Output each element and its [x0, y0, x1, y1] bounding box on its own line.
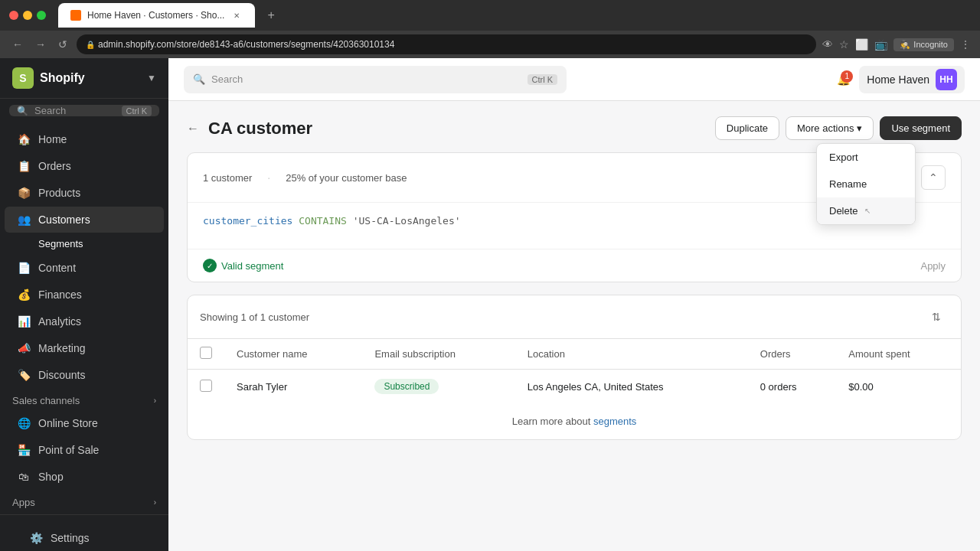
online-store-icon: 🌐 — [17, 416, 31, 430]
sidebar-search[interactable]: 🔍 Search Ctrl K — [9, 105, 159, 116]
address-bar[interactable]: 🔒 admin.shopify.com/store/de8143-a6/cust… — [77, 34, 816, 54]
cursor-indicator: ↖ — [864, 207, 871, 215]
sales-channels-chevron[interactable]: › — [154, 396, 156, 405]
forward-navigation-btn[interactable]: → — [32, 35, 49, 54]
shopify-logo[interactable]: S Shopify — [12, 67, 85, 89]
sidebar-item-finances[interactable]: 💰 Finances — [5, 282, 164, 308]
eye-slash-icon: 👁 — [822, 38, 833, 51]
bookmark-icon[interactable]: ☆ — [839, 38, 849, 51]
page-content: ← CA customer Duplicate More actions ▾ E… — [168, 101, 980, 455]
home-icon: 🏠 — [17, 132, 31, 146]
store-switcher-btn[interactable]: Home Haven HH — [859, 66, 965, 93]
select-all-header — [188, 339, 224, 370]
valid-checkmark-icon: ✓ — [203, 259, 217, 272]
amount-spent-cell: $0.00 — [836, 370, 961, 404]
delete-label: Delete — [829, 205, 858, 217]
apply-button[interactable]: Apply — [920, 260, 946, 272]
topbar-actions: 🔔 1 Home Haven HH — [837, 66, 965, 93]
table-sort-btn[interactable]: ⇅ — [924, 305, 949, 329]
notifications-btn[interactable]: 🔔 1 — [837, 73, 850, 86]
sidebar-item-discounts[interactable]: 🏷️ Discounts — [5, 362, 164, 388]
browser-tab[interactable]: Home Haven · Customers · Sho... ✕ — [58, 3, 255, 28]
duplicate-button[interactable]: Duplicate — [715, 116, 779, 140]
stat-divider: · — [267, 171, 270, 184]
location-header: Location — [515, 339, 748, 370]
browser-menu-btn[interactable]: ⋮ — [960, 38, 971, 51]
segments-link[interactable]: segments — [593, 416, 636, 427]
code-value: 'US-CA-LosAngeles' — [353, 215, 461, 227]
back-navigation-btn[interactable]: ← — [9, 35, 26, 54]
table-head: Customer name Email subscription Locatio… — [188, 339, 961, 370]
new-tab-btn[interactable]: + — [261, 5, 280, 25]
sidebar-item-shop[interactable]: 🛍 Shop — [5, 464, 164, 490]
tab-title: Home Haven · Customers · Sho... — [87, 10, 224, 21]
finances-icon: 💰 — [17, 288, 31, 302]
browser-actions: 👁 ☆ ⬜ 📺 🕵 Incognito ⋮ — [822, 38, 971, 51]
more-actions-button[interactable]: More actions ▾ — [786, 116, 874, 140]
sidebar-item-products[interactable]: 📦 Products — [5, 180, 164, 206]
sales-channels-label: Sales channels — [12, 395, 154, 406]
sidebar-search-shortcut: Ctrl K — [122, 106, 152, 116]
export-menu-item[interactable]: Export — [817, 144, 915, 171]
minimize-window-btn[interactable] — [23, 11, 32, 20]
location-value: Los Angeles CA, United States — [528, 381, 664, 393]
sidebar-item-content[interactable]: 📄 Content — [5, 255, 164, 281]
more-actions-dropdown: Export Rename Delete↖ — [816, 143, 916, 225]
sidebar-item-orders[interactable]: 📋 Orders — [5, 153, 164, 179]
use-segment-button[interactable]: Use segment — [880, 116, 962, 140]
sidebar-header: S Shopify ▼ — [0, 58, 168, 99]
products-icon: 📦 — [17, 186, 31, 200]
sidebar-item-customers[interactable]: 👥 Customers — [5, 207, 164, 233]
sidebar-item-marketing-label: Marketing — [38, 342, 85, 354]
sidebar-item-settings[interactable]: ⚙️ Settings — [17, 525, 152, 551]
store-name: Home Haven — [867, 73, 929, 86]
sales-channels-section: Sales channels › — [0, 389, 168, 409]
select-all-checkbox[interactable] — [200, 347, 212, 359]
orders-cell: 0 orders — [748, 370, 837, 404]
customer-count: 1 customer — [203, 172, 252, 184]
topbar-search[interactable]: 🔍 Search Ctrl K — [184, 66, 567, 93]
sidebar-item-discounts-label: Discounts — [38, 369, 85, 381]
rename-menu-item[interactable]: Rename — [817, 171, 915, 197]
table-header-row: Showing 1 of 1 customer ⇅ — [188, 295, 961, 339]
sidebar-collapse-btn[interactable]: ▼ — [147, 73, 156, 83]
sidebar-item-shop-label: Shop — [38, 471, 64, 483]
delete-menu-item[interactable]: Delete↖ — [817, 197, 915, 224]
incognito-label: Incognito — [913, 40, 948, 49]
orders-value: 0 orders — [760, 381, 797, 393]
sidebar-search-placeholder: Search — [34, 105, 66, 116]
tab-favicon — [70, 10, 81, 21]
sidebar-item-customers-label: Customers — [38, 214, 90, 226]
code-keyword: customer_cities — [203, 215, 292, 227]
reload-btn[interactable]: ↺ — [55, 35, 70, 54]
sidebar-item-online-store[interactable]: 🌐 Online Store — [5, 410, 164, 436]
close-window-btn[interactable] — [9, 11, 18, 20]
cast-icon[interactable]: 📺 — [874, 38, 887, 51]
sidebar-item-marketing[interactable]: 📣 Marketing — [5, 335, 164, 361]
browser-chrome: Home Haven · Customers · Sho... ✕ + — [0, 0, 980, 31]
segment-footer: ✓ Valid segment Apply — [188, 249, 961, 282]
analytics-icon: 📊 — [17, 315, 31, 328]
apps-chevron[interactable]: › — [154, 498, 156, 507]
tab-close-btn[interactable]: ✕ — [230, 9, 243, 21]
sidebar-item-segments[interactable]: Segments — [5, 233, 164, 254]
extensions-icon[interactable]: ⬜ — [855, 38, 868, 51]
location-cell: Los Angeles CA, United States — [515, 370, 748, 404]
customer-name-link[interactable]: Sarah Tyler — [237, 381, 287, 393]
row-select-checkbox[interactable] — [200, 380, 212, 392]
sidebar-item-home[interactable]: 🏠 Home — [5, 126, 164, 152]
sort-toggle-btn[interactable]: ⌃ — [921, 165, 946, 190]
sidebar-item-settings-label: Settings — [51, 532, 90, 544]
row-checkbox-cell — [188, 370, 224, 404]
discounts-icon: 🏷️ — [17, 368, 31, 382]
back-button[interactable]: ← — [187, 122, 199, 135]
sidebar-item-analytics[interactable]: 📊 Analytics — [5, 308, 164, 334]
email-subscription-cell: Subscribed — [362, 370, 514, 404]
customer-name-header: Customer name — [224, 339, 362, 370]
page-header-actions: Duplicate More actions ▾ Export Rename D… — [715, 116, 962, 140]
amount-spent-value: $0.00 — [848, 381, 874, 393]
shopify-logo-text: Shopify — [40, 71, 85, 85]
maximize-window-btn[interactable] — [37, 11, 46, 20]
marketing-icon: 📣 — [17, 341, 31, 355]
sidebar-item-point-of-sale[interactable]: 🏪 Point of Sale — [5, 437, 164, 463]
